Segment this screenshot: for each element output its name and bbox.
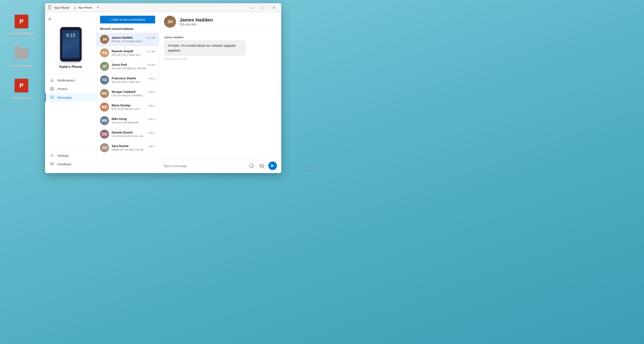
avatar-jesse-peel: JP: [100, 62, 109, 71]
avatar-james-hadden: JH: [100, 35, 109, 44]
convo-item-daniela-duarte[interactable]: DD Daniela Duarte May 4 Let me know when…: [96, 127, 159, 141]
convo-time-raanah-amjadi: 8:17 AM: [146, 50, 155, 53]
convo-preview-james-hadden: Hi Katie, I'm excited about...: [112, 40, 155, 43]
smart-buildings-icon: P: [14, 15, 28, 28]
conversation-list: JH James Hadden 9:15 AM Hi Katie, I'm ex…: [96, 33, 159, 173]
convo-name-sara-duarte: Sara Duarte: [112, 144, 128, 148]
svg-rect-7: [51, 163, 54, 165]
send-button[interactable]: [268, 161, 277, 170]
convo-info-raanah-amjadi: Raanah Amjadi 8:17 AM See you soon, than…: [112, 50, 155, 56]
photos-icon: [50, 87, 54, 91]
convo-time-james-hadden: 9:15 AM: [146, 37, 155, 39]
convo-preview-maria-dunlap: How much did that cost?: [112, 107, 155, 110]
convo-item-james-hadden[interactable]: JH James Hadden 9:15 AM Hi Katie, I'm ex…: [96, 33, 159, 46]
title-bar-controls: — □ ✕: [247, 4, 279, 11]
message-timestamp: 5/7/2018 at 9:15 AM: [164, 58, 276, 61]
convo-preview-raanah-amjadi: See you soon, thank you!: [112, 53, 155, 56]
new-clients-icon: P: [14, 79, 28, 92]
chat-contact-phone: 555-454-866: [180, 23, 276, 26]
desktop-icon-new-clients[interactable]: P NewClients: [8, 77, 34, 100]
settings-icon: [50, 153, 54, 157]
convo-info-jesse-peel: Jesse Peel 7:03 AM No way! I thought you…: [112, 63, 155, 70]
smart-buildings-label: SmartBuildings: [8, 32, 34, 36]
messages-label: Messages: [57, 96, 72, 99]
feedback-icon: [50, 162, 54, 166]
convo-info-daniela-duarte: Daniela Duarte May 4 Let me know when yo…: [112, 131, 155, 138]
convo-item-maria-dunlap[interactable]: MD Maria Dunlap May 6 How much did that …: [96, 100, 159, 114]
tab-phone-icon: [74, 6, 77, 9]
avatar-morgan-caldwell: MC: [100, 89, 109, 98]
chat-messages: James Hadden Hi Katie, I'm excited about…: [159, 31, 281, 158]
svg-point-10: [250, 164, 254, 168]
sidebar-item-photos[interactable]: Photos: [45, 84, 96, 93]
convo-item-mike-kong[interactable]: MK Mike Kong May 4 See you next weekend!: [96, 114, 159, 127]
convo-item-sara-duarte[interactable]: SD Sara Duarte May 3 Maybe we can play i…: [96, 141, 159, 154]
svg-point-6: [52, 155, 53, 156]
desktop-icon-area: P SmartBuildings YanziGateway P NewClien…: [8, 13, 34, 100]
convo-item-raanah-amjadi[interactable]: RA Raanah Amjadi 8:17 AM See you soon, t…: [96, 46, 159, 60]
convo-name-morgan-caldwell: Morgan Caldwell: [112, 90, 136, 94]
bottom-nav: Settings Feedback: [45, 149, 96, 170]
hamburger-menu[interactable]: ≡: [45, 15, 96, 25]
title-bar: Your Phone Your Phone + — □ ✕: [45, 3, 281, 12]
convo-time-sara-duarte: May 3: [149, 145, 155, 147]
message-input-area: [159, 158, 281, 173]
convo-preview-daniela-duarte: Let me know when you can...: [112, 135, 155, 138]
sidebar-item-messages[interactable]: Messages: [45, 93, 96, 102]
settings-label: Settings: [57, 154, 69, 157]
convo-info-francisco-duarte: Francisco Duarte May 6 See you soon, tha…: [112, 77, 155, 83]
avatar-maria-dunlap: MD: [100, 103, 109, 112]
sidebar-item-notifications[interactable]: Notifications: [45, 76, 96, 84]
convo-time-maria-dunlap: May 6: [149, 104, 155, 107]
convo-time-daniela-duarte: May 4: [149, 131, 155, 134]
maximize-button[interactable]: □: [258, 4, 268, 11]
convo-preview-mike-kong: See you next weekend!: [112, 121, 155, 124]
avatar-mike-kong: MK: [100, 116, 109, 125]
image-button[interactable]: [258, 162, 266, 170]
convo-name-jesse-peel: Jesse Peel: [112, 63, 127, 66]
yanzi-gateway-folder-icon: [14, 48, 28, 59]
sidebar-item-settings[interactable]: Settings: [45, 151, 96, 160]
convo-item-francisco-duarte[interactable]: FD Francisco Duarte May 6 See you soon, …: [96, 73, 159, 87]
svg-point-4: [51, 88, 52, 89]
convo-name-mike-kong: Mike Kong: [112, 117, 127, 121]
new-tab-button[interactable]: +: [95, 5, 101, 11]
window-tab[interactable]: Your Phone: [71, 5, 95, 10]
emoji-button[interactable]: [248, 162, 256, 170]
phone-time-display: 9:15: [66, 33, 75, 38]
convo-preview-jesse-peel: No way! I thought you still had...: [112, 67, 155, 70]
convo-time-mike-kong: May 4: [149, 118, 155, 120]
photos-label: Photos: [57, 87, 68, 91]
avatar-raanah-amjadi: RA: [100, 48, 109, 57]
convo-item-jesse-peel[interactable]: JP Jesse Peel 7:03 AM No way! I thought …: [96, 60, 159, 73]
conversations-panel: + Start a new conversation Recent conver…: [96, 12, 159, 173]
chat-contact-avatar: JH: [164, 16, 176, 28]
sidebar: ≡ 9:15 Katie's Phone: [45, 12, 96, 173]
close-button[interactable]: ✕: [269, 4, 279, 11]
convo-time-morgan-caldwell: May 6: [149, 91, 155, 93]
phone-section: 9:15 Katie's Phone: [45, 25, 96, 73]
recent-conversations-label: Recent conversations: [96, 26, 159, 33]
convo-info-maria-dunlap: Maria Dunlap May 6 How much did that cos…: [112, 104, 155, 110]
message-sender-label: James Hadden: [164, 36, 276, 39]
convo-item-morgan-caldwell[interactable]: MC Morgan Caldwell May 6 Can you bring a…: [96, 87, 159, 100]
desktop-icon-smart-buildings[interactable]: P SmartBuildings: [8, 13, 34, 36]
bell-icon: [50, 78, 54, 82]
new-clients-label: NewClients: [12, 96, 31, 100]
phone-name: Katie's Phone: [60, 65, 82, 69]
convo-name-maria-dunlap: Maria Dunlap: [112, 104, 130, 107]
convo-info-morgan-caldwell: Morgan Caldwell May 6 Can you bring an u…: [112, 90, 155, 97]
desktop-icon-yanzi-gateway[interactable]: YanziGateway: [8, 45, 34, 68]
sidebar-item-feedback[interactable]: Feedback: [45, 160, 96, 168]
message-input[interactable]: [163, 164, 245, 168]
title-bar-left: Your Phone: [48, 5, 69, 10]
tab-label: Your Phone: [78, 6, 92, 9]
convo-preview-morgan-caldwell: Can you bring an umbrella...: [112, 94, 155, 97]
minimize-button[interactable]: —: [247, 4, 257, 11]
new-conversation-button[interactable]: + Start a new conversation: [100, 16, 155, 24]
app-body: ≡ 9:15 Katie's Phone: [45, 12, 281, 173]
notifications-label: Notifications: [57, 78, 75, 82]
avatar-francisco-duarte: FD: [100, 75, 109, 84]
feedback-label: Feedback: [57, 162, 72, 166]
chat-contact-name: James Hadden: [180, 17, 276, 23]
